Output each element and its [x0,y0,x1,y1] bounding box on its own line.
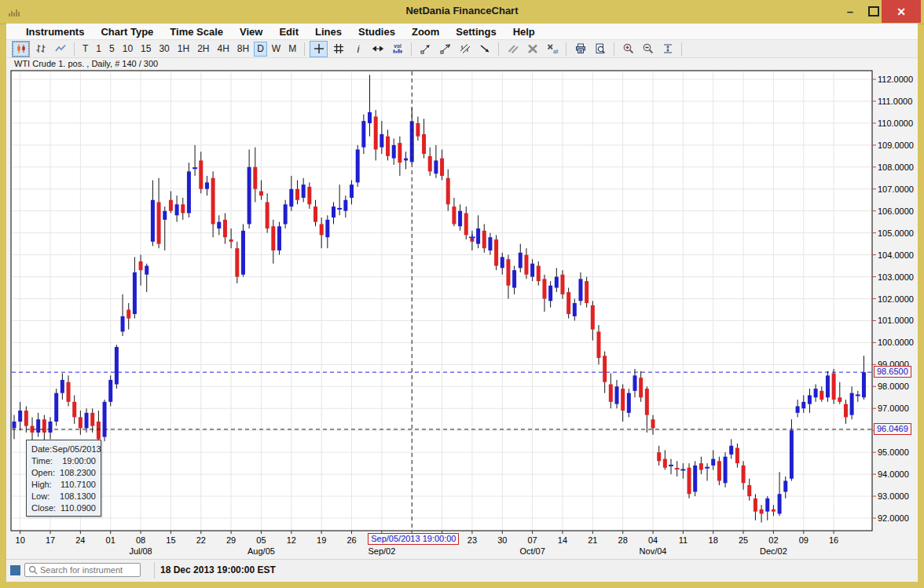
x-axis-label: 09 [799,535,808,545]
x-axis-label: 22 [196,535,206,545]
tooltip-label: Time: [31,456,53,466]
tooltip-row: Time:19:00:00 [27,455,101,466]
x-axis-month-label: Jul/08 [129,546,152,556]
candle [494,235,498,270]
y-axis-label: 110.0000 [878,119,913,128]
tooltip-label: Close: [31,503,56,513]
y-axis-label: 112.0000 [878,75,913,84]
y-axis-label: 95.0000 [878,447,909,457]
x-axis-label: 23 [468,535,477,545]
y-axis-label: 107.0000 [878,184,914,194]
candle [585,277,588,308]
tooltip-row: High:110.7100 [27,478,101,490]
x-axis-label: 05 [256,535,266,545]
candle [566,288,570,319]
x-axis-label: 07 [527,535,537,545]
x-axis-label: 17 [46,535,55,545]
x-axis-label: 26 [346,535,356,545]
x-axis-label: 08 [136,535,145,545]
tooltip-value: 110.7100 [60,480,96,489]
tooltip-label: High: [31,480,52,489]
y-axis-label: 98.0000 [878,382,909,391]
candle [826,371,830,402]
status-bar: 18 Dec 2013 19:00:00 EST [6,559,918,583]
y-axis-label: 111.0000 [878,97,912,106]
tooltip-value: 19:00:00 [62,456,96,466]
x-axis-month-label: Aug/05 [248,546,275,556]
tooltip-label: Low: [31,491,50,501]
candle [832,369,836,404]
candle [356,145,360,187]
ohlc-tooltip: Date:Sep/05/2013Time:19:00:00Open:108.23… [26,440,101,517]
candle [693,461,697,496]
last-price-label: 98.6500 [874,366,911,378]
connection-status-indicator[interactable] [10,565,20,575]
candle [103,400,107,441]
candle [688,463,691,499]
y-axis-label: 105.0000 [878,228,914,238]
instrument-search-box[interactable] [24,563,141,577]
x-axis-month-label: Dec/02 [760,546,787,556]
y-axis-label: 101.0000 [878,316,914,325]
y-axis-label: 108.0000 [878,163,914,172]
x-axis-month-label: Nov/04 [640,546,667,556]
x-axis-label: 01 [106,535,116,545]
tooltip-row: Close:110.0900 [27,502,101,513]
x-axis-label: 04 [648,535,658,545]
candle [724,452,728,488]
statusbar-separator [154,562,155,579]
tooltip-value: 108.2300 [60,468,96,477]
tooltip-row: Low:108.1300 [27,490,101,502]
y-axis-label: 92.0000 [878,513,909,523]
candle [241,224,245,276]
x-axis-label: 30 [497,535,507,545]
x-axis-label: 19 [317,535,326,545]
x-axis-label: 28 [618,535,628,545]
tooltip-row: Open:108.2300 [27,466,101,478]
x-axis-label: 10 [16,535,25,545]
tooltip-value: 110.0900 [60,503,96,513]
search-input[interactable] [38,564,134,575]
y-axis-label: 97.0000 [878,404,909,413]
x-axis-month-label: Sep/02 [368,546,395,556]
tooltip-row: Date:Sep/05/2013 [27,443,101,455]
y-axis-label: 104.0000 [878,250,914,260]
x-axis-label: 16 [829,535,838,545]
x-axis-label: 14 [558,535,567,545]
x-axis-label: 25 [739,535,748,545]
tooltip-label: Open: [31,468,55,477]
y-axis-label: 93.0000 [878,491,909,501]
candle [108,375,112,406]
x-axis-label: 12 [287,535,296,545]
candle [277,222,281,255]
candle [54,389,58,426]
tooltip-label: Date: [31,444,52,454]
y-axis-label: 103.0000 [878,272,914,282]
x-axis-label: 15 [166,535,175,545]
y-axis-label: 106.0000 [878,206,914,216]
x-axis-label: 29 [226,535,236,545]
statusbar-datetime: 18 Dec 2013 19:00:00 EST [160,564,276,575]
x-axis-label: 21 [588,535,597,545]
candlestick-chart[interactable]: 112.0000111.0000110.0000109.0000108.0000… [0,0,924,559]
x-axis-label: 18 [709,535,718,545]
x-axis-label: 11 [679,535,688,545]
y-axis-label: 109.0000 [878,141,914,150]
candle [115,345,119,389]
y-axis-label: 94.0000 [878,469,909,479]
y-axis-label: 102.0000 [878,294,914,304]
tooltip-value: 108.1300 [60,491,96,501]
x-axis-month-label: Oct/07 [519,546,544,556]
tooltip-value: Sep/05/2013 [52,444,101,454]
x-axis-label: 02 [768,535,778,545]
window-border-bottom [0,582,924,588]
search-icon [28,565,38,575]
x-axis-label: 24 [75,535,85,545]
y-axis-label: 100.0000 [878,338,914,347]
crosshair-price-label: 96.0469 [874,423,911,435]
crosshair-date-label: Sep/05/2013 19:00:00 [368,533,459,545]
